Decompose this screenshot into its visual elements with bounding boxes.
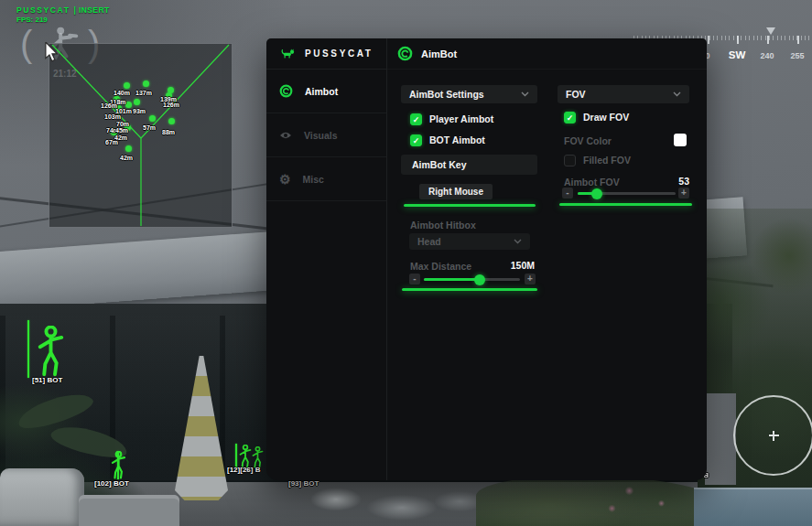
- esp-snapline: [235, 444, 237, 468]
- aimbot-fov-slider[interactable]: [578, 192, 676, 195]
- radar-distance-label: 70m: [116, 121, 129, 127]
- filled-fov-label: Filled FOV: [583, 155, 631, 166]
- chevron-down-icon: [521, 91, 529, 97]
- esp-player-label: [51] BOT: [32, 376, 62, 384]
- bot-aimbot-checkbox[interactable]: ✓: [410, 134, 422, 146]
- radar-blip: [143, 81, 149, 87]
- max-distance-slider[interactable]: [424, 278, 520, 281]
- esp-skeleton: [35, 326, 67, 381]
- dropdown-label: AimBot Settings: [409, 89, 484, 100]
- max-distance-minus-button[interactable]: -: [409, 274, 420, 284]
- aimbot-key-label: AimBot Key: [412, 159, 467, 170]
- radar-blip: [149, 115, 156, 122]
- eye-icon: [279, 131, 292, 140]
- sidebar-item-aimbot[interactable]: Aimbot: [266, 70, 386, 113]
- radar-blip: [125, 145, 132, 152]
- sidebar-item-misc[interactable]: ⚙ Misc: [266, 157, 386, 201]
- radar-distance-label: 126m: [163, 102, 179, 108]
- esp-player-label: [12][26] B: [227, 466, 260, 474]
- sidebar-item-label: Visuals: [304, 130, 338, 141]
- hud-mode-text: | INSERT: [73, 5, 109, 15]
- menu-brand: PUSSYCAT: [266, 38, 386, 70]
- radar-clock-watermark: 21:12: [53, 69, 77, 79]
- filled-fov-checkbox[interactable]: [564, 155, 576, 166]
- gear-icon: ⚙: [279, 173, 291, 186]
- radar-distance-label: 67m: [105, 139, 118, 145]
- hitbox-dropdown[interactable]: Head: [409, 233, 530, 250]
- draw-fov-checkbox[interactable]: ✓: [564, 112, 576, 123]
- menu-content: AimBot AimBot Settings ✓ Player Aimbot ✓…: [387, 38, 707, 480]
- menu-brand-text: PUSSYCAT: [305, 48, 374, 59]
- player-aimbot-checkbox[interactable]: ✓: [410, 113, 422, 125]
- max-distance-plus-button[interactable]: +: [525, 274, 536, 284]
- sidebar-item-label: Misc: [303, 174, 324, 185]
- aimbot-fov-value: 53: [644, 176, 689, 187]
- player-aimbot-label: Player Aimbot: [429, 113, 493, 124]
- radar-distance-label: 42m: [120, 155, 133, 161]
- aimbot-icon: [279, 84, 293, 98]
- aimbot-settings-dropdown[interactable]: AimBot Settings: [401, 85, 537, 103]
- chevron-down-icon: [673, 91, 681, 97]
- cat-logo-icon: [281, 48, 297, 59]
- fov-dropdown[interactable]: FOV: [558, 85, 689, 103]
- sidebar-item-visuals[interactable]: Visuals: [266, 113, 386, 157]
- dropdown-label: Head: [417, 236, 441, 247]
- radar-distance-label: 88m: [162, 129, 175, 135]
- radar-distance-label: 137m: [135, 90, 152, 96]
- aimbot-key-bind-button[interactable]: Right Mouse: [419, 184, 493, 199]
- aimbot-fov-slider-thumb[interactable]: [591, 188, 602, 199]
- hud-brand-text: PUSSYCAT: [16, 5, 70, 15]
- radar-blip: [124, 82, 130, 89]
- radar-blip: [168, 118, 175, 124]
- radar-distance-label: 93m: [133, 108, 146, 114]
- aimbot-fov-plus-button[interactable]: +: [678, 188, 689, 199]
- esp-skeleton: [110, 451, 127, 483]
- max-distance-label: Max Distance: [410, 261, 471, 272]
- hud-watermark-title: PUSSYCAT | INSERT: [16, 5, 110, 15]
- mouse-cursor-icon: [44, 42, 59, 66]
- esp-player-label: [93] BOT: [288, 479, 319, 488]
- esp-snapline: [27, 320, 29, 378]
- section-divider-green: [559, 203, 692, 206]
- aimbot-fov-label: Aimbot FOV: [564, 177, 620, 188]
- game-screen: PUSSYCAT | INSERT FPS: 219 ( ) 21:12 140…: [0, 0, 812, 526]
- page-header: AimBot: [387, 38, 707, 70]
- bot-aimbot-label: BOT Aimbot: [429, 134, 485, 145]
- cheat-menu-window: PUSSYCAT Aimbot Visuals ⚙ Misc: [266, 38, 707, 480]
- max-distance-slider-thumb[interactable]: [474, 274, 485, 285]
- sidebar-item-label: Aimbot: [305, 86, 338, 97]
- radar-blip: [134, 99, 140, 105]
- fps-counter: FPS: 219: [16, 16, 48, 24]
- aimbot-icon: [397, 46, 413, 61]
- section-divider-green: [404, 204, 536, 207]
- radar-distance-label: 103m: [104, 113, 121, 120]
- draw-fov-label: Draw FOV: [583, 112, 629, 123]
- radar-distance-label: 57m: [143, 124, 156, 131]
- aimbot-fov-minus-button[interactable]: -: [562, 188, 573, 199]
- radar: 21:12 140m137m139m126m118m126m101m93m103…: [49, 43, 233, 228]
- aimbot-key-field[interactable]: AimBot Key: [401, 155, 537, 175]
- esp-player-label: [102] BOT: [94, 479, 129, 488]
- radar-distance-label: 45m: [115, 127, 128, 134]
- slider-fill: [424, 278, 480, 281]
- fov-color-label: FOV Color: [564, 135, 612, 146]
- keybind-value: Right Mouse: [428, 187, 483, 197]
- page-title: AimBot: [421, 48, 457, 59]
- chevron-down-icon: [514, 239, 522, 244]
- max-distance-value: 150M: [488, 260, 535, 271]
- menu-sidebar: PUSSYCAT Aimbot Visuals ⚙ Misc: [266, 38, 387, 480]
- section-divider-green: [402, 288, 537, 291]
- radar-blip: [125, 102, 132, 108]
- dropdown-label: FOV: [566, 89, 586, 100]
- radar-distance-label: 140m: [114, 90, 130, 96]
- hitbox-label: Aimbot Hitbox: [410, 220, 476, 231]
- fov-color-swatch[interactable]: [674, 134, 687, 146]
